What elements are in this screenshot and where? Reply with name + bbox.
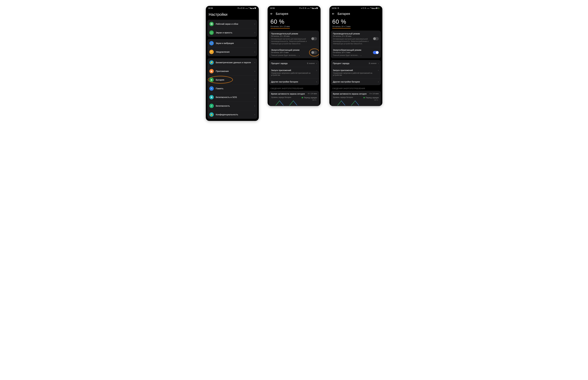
mode-remaining: Осталось 18 ч 3 мин [333, 52, 379, 54]
chevron-right-icon: › [254, 105, 255, 107]
app-launch-row[interactable]: Запуск приложений › Управление запуском … [331, 67, 381, 78]
performance-toggle[interactable] [373, 37, 379, 40]
chevron-right-icon: › [254, 87, 255, 90]
chevron-right-icon: › [378, 80, 379, 83]
page-title: Батарея [338, 12, 350, 16]
eco-mode-row[interactable]: Энергосберегающий режим Осталось 18 ч 3 … [269, 47, 319, 58]
chevron-right-icon: › [378, 69, 379, 72]
chevron-right-icon: › [316, 80, 317, 83]
other-settings-row[interactable]: Другие настройки батареи › [269, 78, 319, 85]
item-label: Приложения [216, 70, 253, 73]
other-settings-row[interactable]: Другие настройки батареи › [331, 78, 381, 85]
bell-icon: 🔔 [209, 50, 214, 54]
time-remaining: Осталось 18 ч 3 мин [332, 25, 351, 29]
mode-title: Энергосберегающий режим [333, 49, 379, 51]
row-subtitle: Управление запуском и работой приложений… [333, 72, 379, 76]
row-label: Процент заряда [333, 62, 367, 65]
modes-card: Производительный режим Осталось 13 ч 30 … [331, 31, 381, 58]
item-display[interactable]: ▢ Экран и яркость › [207, 28, 257, 37]
usage-card[interactable]: Время активности экрана сегодня 4 ч 14 м… [331, 91, 381, 106]
performance-mode-row[interactable]: Производительный режим Осталось 13 ч 30 … [331, 31, 381, 47]
performance-toggle[interactable] [311, 37, 317, 40]
usage-section-label: СВЕДЕНИЯ ЭНЕРГОПОТРЕБЛЕНИЯ [329, 87, 382, 91]
battery-options-card: Процент заряда В значке › Запуск приложе… [269, 60, 319, 85]
mode-title: Производительный режим [271, 32, 317, 35]
chevron-right-icon: › [254, 70, 255, 73]
eco-toggle[interactable] [311, 51, 317, 54]
item-label: Уведомления [216, 51, 253, 53]
status-time: 19:58 [208, 7, 213, 9]
sound-icon: 🔊 [209, 41, 214, 45]
item-label: Конфиденциальность [216, 113, 253, 116]
charge-percentage-row[interactable]: Процент заряда В значке › [331, 60, 381, 67]
phone-battery-eco-on: 19:59 👁 ⌀ ⓝ ⩎ ᵥₒₗₜₑ ⁴⁶ ▮◢ ◢ 🔲🍃 Батарея 6… [329, 6, 382, 106]
item-privacy[interactable]: 🔒 Конфиденциальность › [207, 110, 257, 119]
row-label: Запуск приложений [271, 69, 316, 72]
chevron-right-icon: › [254, 113, 255, 116]
display-icon: ▢ [209, 30, 214, 35]
item-notifications[interactable]: 🔔 Уведомления › [207, 47, 257, 56]
app-launch-row[interactable]: Запуск приложений › Управление запуском … [269, 67, 319, 78]
item-label: Биометрические данные и пароли [216, 61, 253, 64]
chevron-right-icon: › [254, 78, 255, 81]
usage-value: 4 ч 14 мин [370, 93, 379, 95]
row-value: В значке [369, 62, 376, 64]
item-sound[interactable]: 🔊 Звуки и вибрация › [207, 39, 257, 47]
settings-group-1: 🖼 Рабочий экран и обои › ▢ Экран и яркос… [207, 20, 257, 37]
usage-card[interactable]: Время активности экрана сегодня 4 ч 14 м… [269, 91, 319, 106]
usage-section-label: СВЕДЕНИЯ ЭНЕРГОПОТРЕБЛЕНИЯ [268, 87, 321, 91]
usage-title: Время активности экрана сегодня [271, 93, 305, 95]
item-biometrics[interactable]: 🔑 Биометрические данные и пароли › [207, 58, 257, 67]
page-title: Настройки [209, 12, 256, 17]
chevron-right-icon: › [254, 51, 255, 53]
chevron-right-icon: › [254, 31, 255, 34]
legend-left: Уровень заряда батареи [333, 96, 353, 99]
item-label: Экран и яркость [216, 31, 253, 34]
mode-description: Темный режим будет включен.... [271, 54, 298, 56]
item-apps[interactable]: ▦ Приложения › [207, 67, 257, 76]
lock-icon: 🔒 [209, 112, 214, 117]
chevron-right-icon: › [254, 61, 255, 64]
back-button[interactable] [332, 12, 335, 16]
eco-toggle[interactable] [373, 51, 379, 54]
status-bar: 19:59 👁 ⌀ ⓝ ⩎ ᵥₒₗₜₑ ⁴⁶ ▮◢ ◢ 🔲 [268, 6, 321, 10]
status-icons: 👁 ⌀ ⓝ ⩎ ᵥₒₗₜₑ ⁴⁶ ▮◢ ◢ 🔲 [237, 7, 256, 9]
item-wallpaper[interactable]: 🖼 Рабочий экран и обои › [207, 20, 257, 28]
storage-icon: ≡ [209, 86, 214, 91]
apps-icon: ▦ [209, 69, 214, 73]
chevron-right-icon: › [254, 42, 255, 45]
status-bar: 19:59 👁 ⌀ ⓝ ⩎ ᵥₒₗₜₑ ⁴⁶ ▮◢ ◢ 🔲🍃 [329, 6, 382, 10]
phone-settings: 19:58 👁 ⌀ ⓝ ⩎ ᵥₒₗₜₑ ⁴⁶ ▮◢ ◢ 🔲 Настройки … [206, 6, 259, 121]
mode-remaining: Осталось 13 ч 30 мин [333, 35, 379, 37]
performance-mode-row[interactable]: Производительный режим Осталось 13 ч 30 … [269, 31, 319, 47]
battery-header: 60 % Осталось 18 ч 3 мин [329, 18, 382, 29]
battery-percentage: 60 % [332, 18, 379, 25]
item-label: Безопасность [216, 105, 253, 107]
row-label: Другие настройки батареи [333, 80, 377, 83]
chevron-right-icon: › [254, 23, 255, 25]
item-storage[interactable]: ≡ Память › [207, 84, 257, 93]
battery-header: 60 % Осталось 14 ч 13 мин [268, 18, 321, 29]
phone-battery-eco-off: 19:59 👁 ⌀ ⓝ ⩎ ᵥₒₗₜₑ ⁴⁶ ▮◢ ◢ 🔲 Батарея 60… [268, 6, 321, 106]
battery-chart: 100 % [333, 99, 379, 106]
back-button[interactable] [270, 12, 273, 16]
item-label: Память [216, 87, 253, 90]
legend-right: Период зарядки [302, 97, 317, 99]
row-value: В значке [307, 62, 315, 64]
eco-mode-row[interactable]: Энергосберегающий режим Осталось 18 ч 3 … [331, 47, 381, 58]
legend-dot-icon [364, 97, 365, 98]
usage-title: Время активности экрана сегодня [333, 93, 367, 95]
item-sos[interactable]: ✱ Безопасность и SOS › [207, 93, 257, 101]
battery-options-card: Процент заряда В значке › Запуск приложе… [331, 60, 381, 85]
chevron-down-icon[interactable]: ⌄ [298, 54, 300, 57]
item-security[interactable]: ✔ Безопасность › [207, 101, 257, 110]
status-icons: 👁 ⌀ ⓝ ⩎ ᵥₒₗₜₑ ⁴⁶ ▮◢ ◢ 🔲 [299, 7, 318, 9]
item-battery[interactable]: ■ Батарея › [207, 76, 257, 84]
item-label: Батарея [216, 78, 253, 81]
status-time: 19:59 [332, 7, 337, 9]
chevron-down-icon[interactable]: ⌄ [360, 54, 362, 57]
charge-percentage-row[interactable]: Процент заряда В значке › [269, 60, 319, 67]
status-bar: 19:58 👁 ⌀ ⓝ ⩎ ᵥₒₗₜₑ ⁴⁶ ▮◢ ◢ 🔲 [206, 6, 259, 10]
battery-chart: 100 % [271, 99, 317, 106]
legend-left: Уровень заряда батареи [271, 96, 291, 99]
